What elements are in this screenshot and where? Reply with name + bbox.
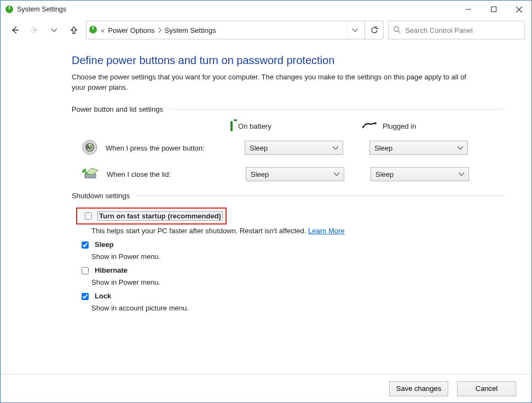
laptop-lid-icon — [82, 167, 99, 182]
footer: Save changes Cancel — [1, 374, 531, 402]
select-value: Sleep — [374, 144, 392, 152]
chevron-down-icon — [334, 172, 339, 176]
title-bar: System Settings — [1, 1, 531, 18]
hibernate-label[interactable]: Hibernate — [95, 266, 128, 274]
chevron-down-icon — [459, 172, 464, 176]
breadcrumb-system-settings[interactable]: System Settings — [165, 26, 216, 34]
svg-point-12 — [374, 122, 377, 124]
chevron-down-icon — [333, 146, 338, 149]
learn-more-link[interactable]: Learn More — [308, 227, 344, 235]
svg-rect-1 — [9, 6, 10, 9]
page-description: Choose the power settings that you want … — [72, 72, 477, 93]
fast-startup-highlight: Turn on fast startup (recommended) — [76, 208, 227, 224]
battery-icon — [230, 122, 233, 130]
select-value: Sleep — [250, 144, 268, 152]
lock-desc: Show in account picture menu. — [72, 304, 504, 312]
hibernate-desc: Show in Power menu. — [72, 278, 504, 286]
app-icon — [5, 5, 14, 14]
close-lid-battery-select[interactable]: Sleep — [246, 167, 344, 181]
chevron-right-icon — [158, 26, 161, 34]
address-history-dropdown[interactable] — [347, 21, 362, 39]
svg-point-10 — [394, 26, 399, 31]
lock-checkbox[interactable] — [82, 293, 89, 300]
save-changes-button[interactable]: Save changes — [389, 381, 448, 396]
breadcrumb-prefix: « — [101, 26, 105, 34]
power-section-heading: Power button and lid settings — [72, 105, 504, 113]
cancel-button[interactable]: Cancel — [457, 381, 516, 396]
main-content: Define power buttons and turn on passwor… — [1, 42, 531, 312]
on-battery-label: On battery — [238, 122, 271, 130]
forward-button[interactable] — [27, 22, 42, 38]
close-button[interactable] — [506, 1, 531, 18]
breadcrumb-power-options[interactable]: Power Options — [108, 26, 154, 34]
row-close-lid: When I close the lid: Sleep Sleep — [72, 167, 504, 182]
address-bar[interactable]: « Power Options System Settings — [86, 21, 365, 39]
power-button-battery-select[interactable]: Sleep — [245, 141, 343, 155]
maximize-button[interactable] — [481, 1, 506, 18]
plugged-in-label: Plugged in — [383, 122, 416, 130]
up-button[interactable] — [66, 22, 82, 38]
close-lid-plugged-select[interactable]: Sleep — [371, 167, 469, 181]
power-section-label: Power button and lid settings — [72, 105, 163, 113]
close-lid-label: When I close the lid: — [107, 170, 238, 179]
nav-bar: « Power Options System Settings Search C… — [1, 18, 531, 42]
column-on-battery: On battery — [230, 121, 329, 131]
search-placeholder: Search Control Panel — [405, 26, 473, 34]
power-button-icon — [82, 139, 98, 157]
power-button-label: When I press the power button: — [106, 144, 237, 152]
control-panel-icon — [89, 25, 97, 36]
select-value: Sleep — [375, 170, 394, 179]
plug-icon — [362, 121, 377, 131]
search-icon — [393, 26, 401, 35]
page-title: Define power buttons and turn on passwor… — [72, 54, 504, 67]
column-plugged-in: Plugged in — [362, 121, 460, 131]
svg-rect-9 — [92, 26, 94, 30]
power-button-plugged-select[interactable]: Sleep — [369, 141, 468, 155]
fast-startup-checkbox[interactable] — [85, 212, 92, 220]
sleep-checkbox[interactable] — [82, 241, 89, 249]
fast-startup-label[interactable]: Turn on fast startup (recommended) — [98, 212, 222, 220]
svg-line-11 — [398, 31, 401, 33]
recent-dropdown[interactable] — [47, 22, 62, 38]
shutdown-section-label: Shutdown settings — [72, 192, 130, 200]
window-title: System Settings — [17, 5, 66, 13]
search-input[interactable]: Search Control Panel — [388, 21, 525, 39]
lock-label[interactable]: Lock — [95, 292, 111, 300]
sleep-desc: Show in Power menu. — [72, 252, 504, 261]
back-button[interactable] — [7, 22, 22, 38]
chevron-down-icon — [458, 146, 463, 149]
svg-rect-3 — [491, 7, 496, 12]
sleep-label[interactable]: Sleep — [95, 240, 114, 249]
hibernate-checkbox[interactable] — [82, 267, 89, 274]
row-power-button: When I press the power button: Sleep Sle… — [72, 139, 504, 157]
minimize-button[interactable] — [456, 1, 481, 18]
refresh-button[interactable] — [365, 21, 384, 39]
select-value: Sleep — [251, 170, 269, 179]
fast-startup-desc: This helps start your PC faster after sh… — [72, 227, 504, 235]
shutdown-section-heading: Shutdown settings — [72, 192, 504, 200]
